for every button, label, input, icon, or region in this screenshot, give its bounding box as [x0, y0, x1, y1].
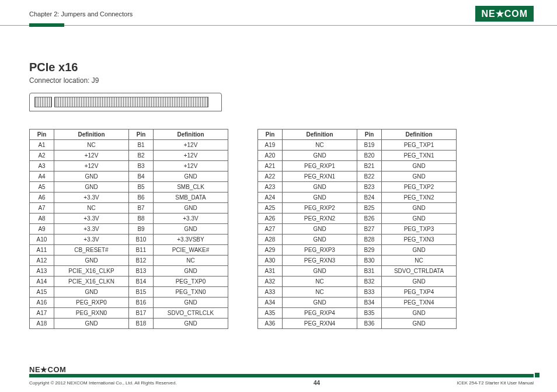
definition-cell: PCIE_WAKE#: [154, 245, 228, 256]
definition-cell: NC: [54, 140, 129, 150]
table-row: A16PEG_RXP0B16GND: [30, 298, 228, 308]
definition-cell: PEG_TXP4: [382, 287, 457, 298]
definition-cell: SDVO_CTRLDATA: [382, 266, 457, 276]
pin-cell: B6: [129, 192, 154, 203]
connector-diagram: [29, 93, 222, 111]
pin-cell: A3: [30, 161, 54, 172]
pin-cell: A32: [258, 276, 283, 287]
connector-slot-short: [34, 97, 52, 107]
pin-cell: A15: [30, 287, 54, 298]
pin-cell: B26: [357, 214, 382, 224]
definition-cell: PEG_RXP2: [283, 203, 357, 214]
definition-cell: PEG_RXP0: [54, 298, 129, 308]
table-row: A10+3.3VB10+3.3VSBY: [30, 235, 228, 245]
content-area: PCIe x16 Connector location: J9 Pin Defi…: [0, 26, 557, 329]
definition-cell: GND: [283, 192, 357, 203]
definition-cell: SMB_CLK: [154, 182, 228, 192]
pin-cell: B13: [129, 266, 154, 276]
section-subtitle: Connector location: J9: [29, 76, 528, 85]
definition-cell: PEG_TXN4: [382, 298, 457, 308]
definition-cell: +3.3V: [54, 224, 129, 235]
th-definition: Definition: [154, 130, 228, 140]
definition-cell: NC: [54, 203, 129, 214]
footer-logo: NE★COM: [29, 365, 534, 374]
definition-cell: GND: [382, 172, 457, 182]
table-row: A12GNDB12NC: [30, 256, 228, 266]
definition-cell: GND: [382, 318, 457, 329]
pin-cell: A2: [30, 150, 54, 161]
definition-cell: GND: [382, 245, 457, 256]
pin-cell: A28: [258, 235, 283, 245]
table-row: A19NCB19PEG_TXP1: [258, 140, 457, 150]
pin-cell: A18: [30, 318, 54, 329]
pin-cell: A5: [30, 182, 54, 192]
definition-cell: PEG_RXN1: [283, 172, 357, 182]
pin-cell: A14: [30, 276, 54, 287]
table-row: A18GNDB18GND: [30, 318, 228, 329]
pin-cell: A25: [258, 203, 283, 214]
table-row: A28GNDB28PEG_TXN3: [258, 235, 457, 245]
pin-cell: B22: [357, 172, 382, 182]
definition-cell: PCIE_X16_CLKN: [54, 276, 129, 287]
definition-cell: PEG_RXP1: [283, 161, 357, 172]
pin-cell: B16: [129, 298, 154, 308]
pin-cell: A22: [258, 172, 283, 182]
table-row: A6+3.3VB6SMB_DATA: [30, 192, 228, 203]
table-row: A7NCB7GND: [30, 203, 228, 214]
table-row: A4GNDB4GND: [30, 172, 228, 182]
table-row: A25PEG_RXP2B25GND: [258, 203, 457, 214]
brand-logo-wrap: NE★COM: [475, 6, 534, 22]
table-row: A34GNDB34PEG_TXN4: [258, 298, 457, 308]
table-row: A17PEG_RXN0B17SDVO_CTRLCLK: [30, 308, 228, 318]
definition-cell: +3.3V: [54, 235, 129, 245]
definition-cell: GND: [154, 318, 228, 329]
th-pin: Pin: [30, 130, 54, 140]
pinout-tables: Pin Definition Pin Definition A1NCB1+12V…: [29, 129, 528, 329]
definition-cell: +3.3V: [54, 214, 129, 224]
definition-cell: GND: [283, 298, 357, 308]
pin-cell: B11: [129, 245, 154, 256]
pin-cell: B28: [357, 235, 382, 245]
footer-bar: [29, 374, 534, 377]
definition-cell: PEG_RXN4: [283, 318, 357, 329]
section-title: PCIe x16: [29, 61, 528, 74]
definition-cell: GND: [54, 256, 129, 266]
definition-cell: SMB_DATA: [154, 192, 228, 203]
definition-cell: PCIE_X16_CLKP: [54, 266, 129, 276]
definition-cell: NC: [154, 256, 228, 266]
th-pin: Pin: [258, 130, 283, 140]
th-definition: Definition: [54, 130, 129, 140]
definition-cell: GND: [54, 172, 129, 182]
pin-cell: B36: [357, 318, 382, 329]
definition-cell: GND: [283, 235, 357, 245]
th-pin: Pin: [129, 130, 154, 140]
pin-cell: A21: [258, 161, 283, 172]
pin-cell: B2: [129, 150, 154, 161]
accent-bar: [29, 23, 64, 27]
pin-cell: A13: [30, 266, 54, 276]
definition-cell: +12V: [154, 161, 228, 172]
th-definition: Definition: [382, 130, 457, 140]
table-row: A23GNDB23PEG_TXP2: [258, 182, 457, 192]
pin-cell: A8: [30, 214, 54, 224]
definition-cell: PEG_RXN3: [283, 256, 357, 266]
pinout-table-1: Pin Definition Pin Definition A1NCB1+12V…: [29, 129, 228, 329]
table-row: A22PEG_RXN1B22GND: [258, 172, 457, 182]
pin-cell: A23: [258, 182, 283, 192]
table-row: A36PEG_RXN4B36GND: [258, 318, 457, 329]
pin-cell: B18: [129, 318, 154, 329]
table-row: A13PCIE_X16_CLKPB13GND: [30, 266, 228, 276]
definition-cell: +12V: [54, 150, 129, 161]
pin-cell: A9: [30, 224, 54, 235]
table-header-row: Pin Definition Pin Definition: [258, 130, 457, 140]
table-row: A26PEG_RXN2B26GND: [258, 214, 457, 224]
definition-cell: SDVO_CTRLCLK: [154, 308, 228, 318]
table-row: A1NCB1+12V: [30, 140, 228, 150]
pin-cell: B14: [129, 276, 154, 287]
definition-cell: NC: [283, 140, 357, 150]
pin-cell: B10: [129, 235, 154, 245]
pin-cell: B20: [357, 150, 382, 161]
table-row: A24GNDB24PEG_TXN2: [258, 192, 457, 203]
pin-cell: B25: [357, 203, 382, 214]
pin-cell: A29: [258, 245, 283, 256]
